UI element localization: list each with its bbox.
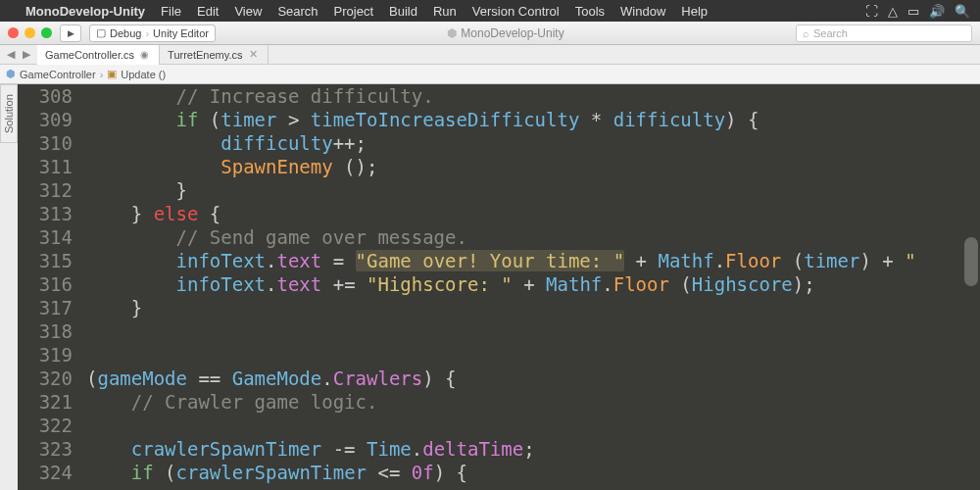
search-input[interactable]: ⌕ Search	[796, 24, 972, 42]
line-number: 311	[18, 155, 86, 178]
status-tray: ⛶ △ ▭ 🔊 🔍	[865, 4, 970, 19]
dirty-indicator-icon: ◉	[140, 49, 149, 60]
menu-help[interactable]: Help	[681, 4, 708, 19]
solution-pad-tab[interactable]: Solution	[0, 84, 18, 143]
breadcrumb-class[interactable]: GameController	[20, 69, 96, 80]
line-number: 313	[18, 202, 86, 225]
line-number: 309	[18, 108, 86, 131]
code-line[interactable]: 309 if (timer > timeToIncreaseDifficulty…	[18, 108, 980, 131]
code-editor[interactable]: 308 // Increase difficulty.309 if (timer…	[18, 84, 980, 490]
menu-window[interactable]: Window	[620, 4, 665, 19]
code-text[interactable]: crawlerSpawnTimer -= Time.deltaTime;	[86, 437, 980, 461]
code-line[interactable]: 321 // Crawler game logic.	[18, 390, 980, 414]
target-label: Unity Editor	[153, 27, 209, 39]
close-window-button[interactable]	[8, 27, 19, 38]
nav-history: ◀ ▶	[0, 48, 37, 61]
code-text[interactable]: // Send game over message.	[86, 225, 980, 249]
code-text[interactable]: if (timer > timeToIncreaseDifficulty * d…	[86, 108, 980, 131]
tab-bar: ◀ ▶ GameController.cs ◉ TurretEnemy.cs ✕	[0, 45, 980, 65]
nav-forward-button[interactable]: ▶	[20, 48, 33, 61]
line-number: 317	[18, 296, 86, 319]
drive-icon[interactable]: △	[888, 4, 898, 19]
code-line[interactable]: 315 infoText.text = "Game over! Your tim…	[18, 249, 980, 272]
code-line[interactable]: 313 } else {	[18, 202, 980, 225]
search-status-icon[interactable]: 🔍	[955, 4, 970, 19]
code-text[interactable]: } else {	[86, 202, 980, 225]
code-line[interactable]: 312 }	[18, 178, 980, 202]
window-title: ⬢ MonoDevelop-Unity	[223, 26, 788, 40]
display-icon[interactable]: ▭	[907, 4, 919, 19]
code-line[interactable]: 322	[18, 414, 980, 437]
line-number: 312	[18, 178, 86, 202]
volume-icon[interactable]: 🔊	[929, 4, 945, 19]
menu-view[interactable]: View	[234, 4, 262, 19]
run-button[interactable]: ▶	[60, 24, 81, 42]
menu-run[interactable]: Run	[433, 4, 457, 19]
line-number: 321	[18, 390, 86, 414]
code-line[interactable]: 319	[18, 343, 980, 367]
line-number: 318	[18, 319, 86, 343]
code-text[interactable]: if (crawlerSpawnTimer <= 0f) {	[86, 461, 980, 484]
code-text[interactable]: difficulty++;	[86, 131, 980, 155]
code-text[interactable]: infoText.text += "Highscore: " + Mathf.F…	[86, 272, 980, 296]
breadcrumb: ⬢ GameController › ▣ Update ()	[0, 65, 980, 84]
config-selector[interactable]: ▢ Debug › Unity Editor	[89, 24, 216, 42]
window-controls	[8, 27, 52, 38]
code-text[interactable]: (gameMode == GameMode.Crawlers) {	[86, 367, 980, 390]
nav-back-button[interactable]: ◀	[4, 48, 18, 61]
search-placeholder: Search	[813, 27, 848, 39]
menu-project[interactable]: Project	[334, 4, 373, 19]
code-line[interactable]: 320(gameMode == GameMode.Crawlers) {	[18, 367, 980, 390]
code-line[interactable]: 314 // Send game over message.	[18, 225, 980, 249]
menu-build[interactable]: Build	[389, 4, 417, 19]
menu-search[interactable]: Search	[277, 4, 318, 19]
window-titlebar: ▶ ▢ Debug › Unity Editor ⬢ MonoDevelop-U…	[0, 22, 980, 45]
line-number: 319	[18, 343, 86, 367]
code-line[interactable]: 317 }	[18, 296, 980, 319]
crop-icon[interactable]: ⛶	[865, 4, 878, 19]
code-text[interactable]: }	[86, 296, 980, 319]
method-icon: ▣	[107, 68, 117, 80]
search-icon: ⌕	[803, 27, 809, 39]
line-number: 323	[18, 437, 86, 461]
breadcrumb-method[interactable]: Update ()	[121, 69, 166, 80]
code-text[interactable]: // Crawler game logic.	[86, 390, 980, 414]
code-line[interactable]: 318	[18, 319, 980, 343]
app-name[interactable]: MonoDevelop-Unity	[25, 4, 145, 19]
device-icon: ▢	[96, 26, 106, 39]
code-line[interactable]: 308 // Increase difficulty.	[18, 84, 980, 108]
line-number: 322	[18, 414, 86, 437]
code-line[interactable]: 311 SpawnEnemy ();	[18, 155, 980, 178]
menu-file[interactable]: File	[161, 4, 181, 19]
tab-label: GameController.cs	[45, 49, 134, 61]
code-text[interactable]: // Increase difficulty.	[86, 84, 980, 108]
code-line[interactable]: 310 difficulty++;	[18, 131, 980, 155]
code-text[interactable]	[86, 319, 980, 343]
code-line[interactable]: 316 infoText.text += "Highscore: " + Mat…	[18, 272, 980, 296]
unity-icon: ⬢	[447, 26, 457, 40]
line-number: 308	[18, 84, 86, 108]
close-tab-icon[interactable]: ✕	[249, 48, 258, 61]
code-text[interactable]: infoText.text = "Game over! Your time: "…	[86, 249, 980, 272]
line-number: 316	[18, 272, 86, 296]
code-text[interactable]: }	[86, 178, 980, 202]
line-number: 315	[18, 249, 86, 272]
code-line[interactable]: 324 if (crawlerSpawnTimer <= 0f) {	[18, 461, 980, 484]
code-text[interactable]	[86, 343, 980, 367]
code-text[interactable]: SpawnEnemy ();	[86, 155, 980, 178]
scrollbar-thumb[interactable]	[964, 237, 978, 286]
tab-turretenemy[interactable]: TurretEnemy.cs ✕	[160, 45, 268, 65]
code-text[interactable]	[86, 414, 980, 437]
minimize-window-button[interactable]	[24, 27, 35, 38]
maximize-window-button[interactable]	[41, 27, 52, 38]
tab-label: TurretEnemy.cs	[168, 49, 242, 61]
chevron-right-icon: ›	[100, 69, 104, 80]
menu-edit[interactable]: Edit	[197, 4, 219, 19]
menu-tools[interactable]: Tools	[575, 4, 605, 19]
vertical-scrollbar[interactable]	[964, 86, 978, 488]
tab-gamecontroller[interactable]: GameController.cs ◉	[37, 45, 160, 65]
class-icon: ⬢	[6, 68, 16, 80]
code-line[interactable]: 323 crawlerSpawnTimer -= Time.deltaTime;	[18, 437, 980, 461]
macos-menubar: MonoDevelop-Unity File Edit View Search …	[0, 0, 980, 22]
menu-version-control[interactable]: Version Control	[472, 4, 560, 19]
